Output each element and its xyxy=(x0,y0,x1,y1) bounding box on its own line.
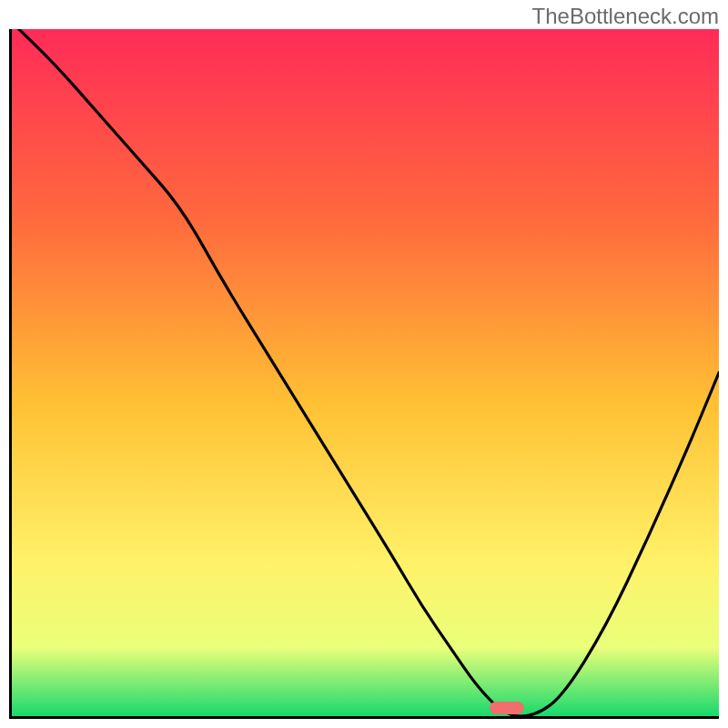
chart-container: TheBottleneck.com xyxy=(0,0,728,728)
chart-svg xyxy=(12,29,719,716)
optimal-point-marker xyxy=(490,702,524,714)
watermark-text: TheBottleneck.com xyxy=(532,4,719,29)
plot-area xyxy=(9,29,719,719)
